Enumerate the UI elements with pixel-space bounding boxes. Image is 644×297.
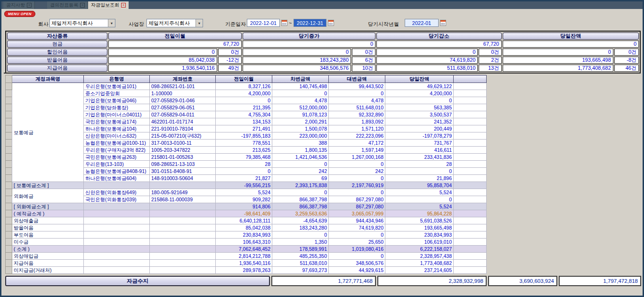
bank-cell[interactable]: 농협은행(보통예금8408-91) — [84, 168, 150, 175]
amount-cell[interactable]: 1,800,135 — [272, 147, 329, 154]
amount-cell[interactable]: 5,524 — [216, 189, 272, 196]
amount-cell[interactable]: 0 — [272, 189, 329, 196]
amount-cell[interactable]: -98,641,409 — [216, 210, 272, 217]
amount-cell[interactable]: 28 — [216, 161, 272, 168]
account-label-cell[interactable]: [ 보통예금소계 ] — [12, 182, 84, 189]
bank-cell[interactable]: 기업은행(보통예금046) — [84, 97, 150, 104]
amount-cell[interactable]: 866,387,798 — [272, 203, 329, 210]
account-no-cell[interactable] — [150, 267, 216, 274]
detail-row[interactable]: [ 보통예금소계 ]-99,556,2152,393,175,8382,197,… — [6, 182, 487, 189]
amount-cell[interactable]: 4,200,000 — [216, 90, 272, 97]
amount-cell[interactable]: -99,556,215 — [216, 182, 272, 189]
bank-cell[interactable]: 신한은행(마이너스632) — [84, 132, 150, 140]
detail-row[interactable]: 미지급금(거래처)289,978,26397,693,27344,929,615… — [6, 267, 487, 274]
row-selector[interactable] — [6, 196, 12, 203]
amount-cell[interactable]: 4,200,000 — [385, 90, 454, 97]
amount-cell[interactable]: 183,243,280 — [272, 224, 329, 231]
detail-row[interactable]: 외상매입금2,814,212,788485,255,35002,328,957,… — [6, 253, 487, 260]
account-label-cell[interactable]: 지급어음 — [12, 260, 84, 267]
row-selector[interactable] — [6, 97, 12, 104]
company-select[interactable]: 제일저지주식회사 ▼ — [49, 19, 115, 27]
bank-cell[interactable] — [84, 217, 150, 224]
amount-cell[interactable]: 222,223,096 — [329, 132, 385, 140]
account-no-cell[interactable] — [150, 253, 216, 260]
amount-cell[interactable]: 49,629,122 — [385, 83, 454, 90]
amount-cell[interactable]: 4,478 — [329, 97, 385, 104]
amount-cell[interactable]: 0 — [272, 90, 329, 97]
amount-cell[interactable]: 241,352 — [385, 118, 454, 125]
amount-cell[interactable]: 7,062,648,452 — [216, 246, 272, 253]
detail-row[interactable]: 보통예금우리은행(보통예금101)098-286521-01-1018,327,… — [6, 83, 487, 90]
bank-cell[interactable]: 하나은행(보통예금604) — [84, 175, 150, 182]
amount-cell[interactable]: 388 — [272, 140, 329, 147]
detail-row[interactable]: ( 예적금소계 )-98,641,4093,259,563,6363,065,0… — [6, 210, 487, 217]
amount-cell[interactable]: 79,385,468 — [216, 154, 272, 161]
amount-cell[interactable]: 242 — [272, 168, 329, 175]
chevron-down-icon[interactable]: ▼ — [108, 19, 115, 27]
account-no-cell[interactable]: 098-286521-13-103 — [150, 161, 216, 168]
account-label-cell[interactable]: 미지급금(거래처) — [12, 267, 84, 274]
bank-cell[interactable]: 하나은행(보통예금104) — [84, 125, 150, 132]
account-no-cell[interactable]: 215868-11-000039 — [150, 196, 216, 203]
account-no-cell[interactable] — [150, 203, 216, 210]
row-selector[interactable] — [6, 267, 12, 274]
tab-notice[interactable]: 공지사항 × — [3, 1, 35, 9]
account-no-cell[interactable]: 027-055829-04-011 — [150, 111, 216, 118]
bank-cell[interactable]: 우리은행(보통예금101) — [84, 83, 150, 90]
amount-cell[interactable]: 5,524 — [385, 203, 454, 210]
row-selector[interactable] — [6, 231, 12, 239]
account-no-cell[interactable] — [150, 260, 216, 267]
row-selector[interactable] — [6, 182, 12, 189]
account-no-cell[interactable]: 215-05-007210(구632) — [150, 132, 216, 140]
amount-cell[interactable]: 92,332,890 — [329, 111, 385, 118]
account-no-cell[interactable]: 148-910003-50604 — [150, 175, 216, 182]
detail-row[interactable]: 외화예금신한은행(외화통장649)180-005-9216495,524005,… — [6, 189, 487, 196]
amount-cell[interactable]: 1,893,092 — [329, 118, 385, 125]
detail-row[interactable]: 받을어음85,042,038183,243,28074,619,820193,6… — [6, 224, 487, 231]
account-no-cell[interactable]: 317-0013-0100-11 — [150, 140, 216, 147]
calendar-icon[interactable] — [328, 20, 334, 26]
account-no-cell[interactable] — [150, 217, 216, 224]
account-no-cell[interactable] — [150, 231, 216, 239]
amount-cell[interactable]: 99,443,502 — [329, 83, 385, 90]
amount-cell[interactable]: 0 — [385, 168, 454, 175]
tab-voucher-entry[interactable]: 결의전표등록 × — [47, 1, 88, 9]
row-selector[interactable] — [6, 260, 12, 267]
amount-cell[interactable]: 0 — [329, 161, 385, 168]
amount-cell[interactable]: 867,297,080 — [329, 203, 385, 210]
account-no-cell[interactable]: 1-100000 — [150, 90, 216, 97]
detail-row[interactable]: 지급어음1,936,540,116511,638,010348,506,5761… — [6, 260, 487, 267]
row-selector[interactable] — [6, 175, 12, 182]
amount-cell[interactable]: 193,665,498 — [385, 224, 454, 231]
amount-cell[interactable]: 91,078,123 — [272, 111, 329, 118]
amount-cell[interactable]: 25,650 — [329, 239, 385, 246]
amount-cell[interactable]: -4,654,639 — [272, 217, 329, 224]
bank-cell[interactable]: 기업은행(마이너스04011) — [84, 111, 150, 118]
amount-cell[interactable]: 2,328,957,438 — [385, 253, 454, 260]
amount-cell[interactable]: 0 — [216, 97, 272, 104]
amount-cell[interactable]: 1,936,540,116 — [216, 260, 272, 267]
bank-cell[interactable]: 국민은행(보통예금263) — [84, 154, 150, 161]
bank-cell[interactable] — [84, 246, 150, 253]
row-selector[interactable] — [6, 147, 12, 154]
calendar-icon[interactable] — [440, 20, 446, 26]
amount-cell[interactable]: 5,691,038,526 — [385, 217, 454, 224]
row-selector[interactable] — [6, 189, 12, 196]
row-selector[interactable] — [6, 224, 12, 231]
bank-cell[interactable] — [84, 182, 150, 189]
amount-cell[interactable]: 200,449 — [385, 125, 454, 132]
account-group-cell[interactable]: 외화예금 — [12, 189, 84, 203]
account-no-cell[interactable]: 027-055829-06-051 — [150, 104, 216, 111]
account-no-cell[interactable] — [150, 210, 216, 217]
bank-cell[interactable]: 우리은행(구매자금3억 822) — [84, 147, 150, 154]
row-selector[interactable] — [6, 161, 12, 168]
amount-cell[interactable]: 1,597,149 — [329, 147, 385, 154]
amount-cell[interactable]: 21,827 — [216, 175, 272, 182]
amount-cell[interactable]: 3,065,057,999 — [329, 210, 385, 217]
account-no-cell[interactable] — [150, 246, 216, 253]
row-selector[interactable] — [6, 90, 12, 97]
amount-cell[interactable]: 1,773,408,682 — [385, 260, 454, 267]
bank-cell[interactable] — [84, 224, 150, 231]
amount-cell[interactable]: 237,214,605 — [385, 267, 454, 274]
date-from-input[interactable]: 2022-12-01 — [247, 19, 280, 27]
